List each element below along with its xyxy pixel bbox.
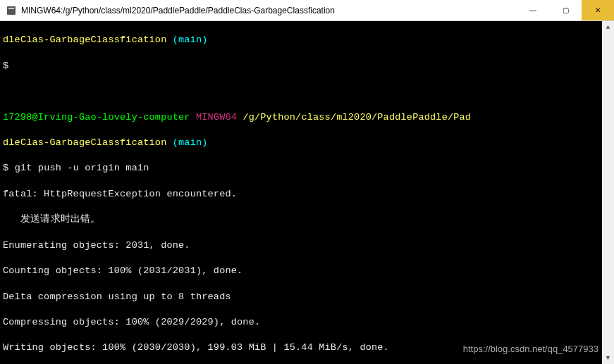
scroll-down-icon[interactable]: ▼ <box>602 352 614 364</box>
path-wrap: dleClas-GarbageClassfication <box>3 34 166 45</box>
scroll-up-icon[interactable]: ▲ <box>602 21 614 33</box>
branch-name2: (main) <box>173 137 208 148</box>
vertical-scrollbar[interactable]: ▲ ▼ <box>602 21 614 364</box>
window-title: MINGW64:/g/Python/class/ml2020/PaddlePad… <box>21 6 517 15</box>
prompt-dollar: $ <box>3 60 611 73</box>
cwd-path: /g/Python/class/ml2020/PaddlePaddle/Pad <box>242 112 471 123</box>
count-line: Counting objects: 100% (2031/2031), done… <box>3 265 611 277</box>
delta-line: Delta compression using up to 8 threads <box>3 291 611 303</box>
user-host: 17298@Irving-Gao-lovely-computer <box>3 112 190 123</box>
maximize-button[interactable]: ▢ <box>549 0 582 20</box>
branch-name: (main) <box>173 34 208 45</box>
app-icon <box>6 5 17 16</box>
svg-rect-1 <box>8 8 14 9</box>
enum-line: Enumerating objects: 2031, done. <box>3 239 611 252</box>
prompt-dollar2: $ <box>3 163 8 173</box>
window-titlebar: MINGW64:/g/Python/class/ml2020/PaddlePad… <box>0 0 614 21</box>
env-label: MINGW64 <box>196 112 237 123</box>
window-controls: — ▢ ✕ <box>517 0 614 20</box>
git-command: git push -u origin main <box>15 163 149 173</box>
svg-rect-0 <box>7 6 16 15</box>
fatal-line: fatal: HttpRequestException encountered. <box>3 188 611 201</box>
path-wrap2: dleClas-GarbageClassfication <box>3 137 166 148</box>
watermark-text: https://blog.csdn.net/qq_4577933 <box>463 344 598 354</box>
compress-line: Compressing objects: 100% (2029/2029), d… <box>3 316 611 329</box>
minimize-button[interactable]: — <box>517 0 549 20</box>
close-button[interactable]: ✕ <box>582 0 614 20</box>
zh-error: 发送请求时出错。 <box>3 213 611 226</box>
terminal-output[interactable]: dleClas-GarbageClassfication (main) $ 17… <box>0 21 614 364</box>
